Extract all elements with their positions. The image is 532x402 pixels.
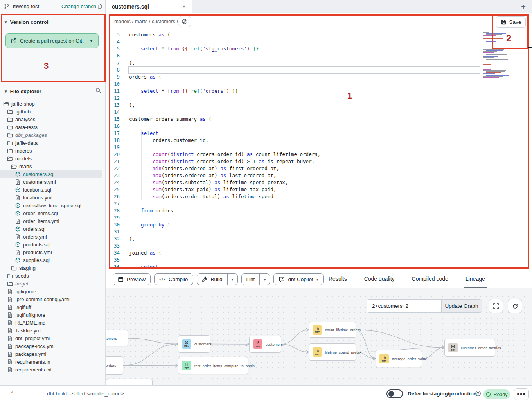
code-line-13[interactable]: 13), (106, 102, 481, 109)
file-item-products.yml[interactable]: products.yml (0, 248, 106, 256)
code-line-12[interactable]: 12 (106, 95, 481, 102)
file-explorer-header[interactable]: ▾ File explorer (0, 88, 106, 94)
code-line-3[interactable]: 3customers as ( (106, 31, 481, 38)
update-graph-button[interactable]: Update Graph (441, 300, 482, 312)
code-line-34[interactable]: 34joined as ( (106, 249, 481, 257)
lineage-node-stg_customers[interactable]: stg_customers (106, 330, 128, 346)
fullscreen-button[interactable] (489, 299, 503, 313)
lineage-node-average_order_value[interactable]: METaverage_order_value (376, 350, 422, 367)
code-line-26[interactable]: 26 sum(orders.order_total) as lifetime_s… (106, 193, 481, 200)
code-line-21[interactable]: 21 count(distinct orders.order_id) > 1 a… (106, 158, 481, 165)
file-item-orders.sql[interactable]: orders.sql (0, 225, 106, 233)
file-item-package-lock.yml[interactable]: package-lock.yml (0, 342, 106, 350)
file-item-order_items.yml[interactable]: order_items.yml (0, 217, 106, 225)
copy-icon[interactable] (96, 3, 102, 9)
code-line-15[interactable]: 15customer_orders_summary as ( (106, 116, 481, 123)
file-item-analyses[interactable]: analyses (0, 115, 106, 123)
code-line-8[interactable]: 8 (106, 66, 481, 74)
build-button[interactable]: Build▾ (197, 273, 238, 285)
code-line-19[interactable]: 19 (106, 144, 481, 151)
file-item-models[interactable]: models (0, 154, 106, 162)
search-icon[interactable] (95, 87, 101, 93)
code-line-11[interactable]: 11 select * from {{ ref('orders') }} (106, 88, 481, 95)
file-item-dbt_project.yml[interactable]: dbt_project.yml (0, 334, 106, 342)
code-line-24[interactable]: 24 sum(orders.subtotal) as lifetime_spen… (106, 179, 481, 186)
file-item-dbt_packages[interactable]: dbt_packages (0, 131, 106, 139)
file-item-seeds[interactable]: seeds (0, 272, 106, 280)
code-line-27[interactable]: 27 (106, 200, 481, 207)
code-line-18[interactable]: 18 orders.customer_id, (106, 137, 481, 144)
code-line-10[interactable]: 10 (106, 81, 481, 88)
help-icon[interactable] (475, 390, 481, 397)
code-line-30[interactable]: 30 group by 1 (106, 221, 481, 228)
lineage-node-test_order_items[interactable]: TSTtest_order_items_compute_to_bools... (178, 357, 248, 374)
code-line-16[interactable]: 16 (106, 123, 481, 130)
lineage-node-customers_mdl[interactable]: MDLcustomers (178, 335, 210, 353)
code-line-6[interactable]: 6 (106, 52, 481, 59)
file-item-.sqlfluff[interactable]: .sqlfluff (0, 303, 106, 311)
code-line-23[interactable]: 23 max(orders.ordered_at) as last_ordere… (106, 172, 481, 179)
file-item-requirements.in[interactable]: requirements.in (0, 358, 106, 366)
file-item-jaffle-data[interactable]: jaffle-data (0, 139, 106, 147)
caret-up-icon[interactable]: ^ (11, 390, 13, 396)
tab-customers-sql[interactable]: customers.sql × (106, 0, 192, 13)
code-line-7[interactable]: 7), (106, 59, 481, 66)
file-item-requirements.txt[interactable]: requirements.txt (0, 366, 106, 373)
file-item-order_items.sql[interactable]: order_items.sql (0, 209, 106, 217)
copilot-compass-button[interactable] (178, 16, 191, 27)
lineage-selector-input[interactable]: 2+customers+2 (367, 300, 441, 312)
file-item-.pre-commit-config.yaml[interactable]: .pre-commit-config.yaml (0, 295, 106, 303)
chevron-down-icon[interactable]: ▾ (227, 274, 237, 285)
file-item-products.sql[interactable]: products.sql (0, 240, 106, 248)
file-item-staging[interactable]: staging (0, 264, 106, 272)
code-line-35[interactable]: 35 (106, 257, 481, 264)
tab-close-icon[interactable]: × (182, 3, 186, 10)
tab-code-quality[interactable]: Code quality (364, 270, 395, 288)
file-item-metricflow_time_spine.sql[interactable]: metricflow_time_spine.sql (0, 201, 106, 209)
status-badge[interactable]: Ready (483, 389, 510, 399)
file-item-README.md[interactable]: README.md (0, 319, 106, 327)
code-line-22[interactable]: 22 min(orders.ordered_at) as first_order… (106, 165, 481, 172)
save-button[interactable]: Save (496, 16, 526, 28)
tab-compiled-code[interactable]: Compiled code (412, 270, 448, 288)
file-item-Taskfile.yml[interactable]: Taskfile.yml (0, 327, 106, 334)
file-item-target[interactable]: target (0, 280, 106, 287)
file-item-locations.sql[interactable]: locations.sql (0, 186, 106, 194)
change-branch-link[interactable]: Change branch (61, 4, 96, 9)
lineage-node-lifetime_spend_pretax[interactable]: METlifetime_spend_pretax (309, 343, 356, 361)
code-line-9[interactable]: 9orders as ( (106, 74, 481, 81)
file-item-jaffle-shop[interactable]: jaffle-shop (0, 100, 106, 108)
code-line-14[interactable]: 14 (106, 109, 481, 116)
file-item-orders.yml[interactable]: orders.yml (0, 233, 106, 240)
file-item-locations.yml[interactable]: locations.yml (0, 194, 106, 201)
code-line-5[interactable]: 5 select * from {{ ref('stg_customers') … (106, 45, 481, 52)
lineage-node-count_lifetime_orders[interactable]: METcount_lifetime_orders (309, 322, 356, 338)
tab-lineage[interactable]: Lineage (466, 270, 485, 288)
file-item-customers.yml[interactable]: customers.yml (0, 178, 106, 186)
defer-toggle[interactable] (386, 389, 403, 398)
code-line-20[interactable]: 20 count(distinct orders.order_id) as co… (106, 151, 481, 158)
lineage-node-customers_sem[interactable]: SEMcustomers (249, 336, 281, 353)
lineage-node-orders[interactable]: orders (106, 356, 123, 375)
refresh-button[interactable] (508, 299, 522, 313)
preview-button[interactable]: Preview (113, 273, 151, 285)
code-line-4[interactable]: 4 (106, 38, 481, 45)
file-item-.gitignore[interactable]: .gitignore (0, 287, 106, 295)
code-editor[interactable]: 23customers as (45 select * from {{ ref(… (106, 29, 532, 270)
file-item-macros[interactable]: macros (0, 147, 106, 154)
new-tab-button[interactable]: + (518, 1, 529, 12)
file-item-packages.yml[interactable]: packages.yml (0, 350, 106, 358)
code-line-31[interactable]: 31 (106, 228, 481, 235)
chevron-down-icon[interactable]: ▾ (259, 274, 270, 285)
create-pull-request-button[interactable]: Create a pull request on Git… ▾ (5, 33, 99, 48)
code-line-17[interactable]: 17 select (106, 130, 481, 137)
file-item-supplies.sql[interactable]: supplies.sql (0, 256, 106, 264)
code-line-33[interactable]: 33 (106, 242, 481, 249)
code-line-25[interactable]: 25 sum(orders.tax_paid) as lifetime_tax_… (106, 186, 481, 193)
file-item-data-tests[interactable]: data-tests (0, 123, 106, 131)
pr-dropdown-chevron[interactable]: ▾ (84, 34, 98, 48)
code-line-29[interactable]: 29 (106, 214, 481, 221)
compile-button[interactable]: </>Compile (154, 273, 193, 285)
lineage-node-partial_bottom[interactable] (106, 379, 153, 385)
minimap[interactable] (482, 32, 513, 83)
